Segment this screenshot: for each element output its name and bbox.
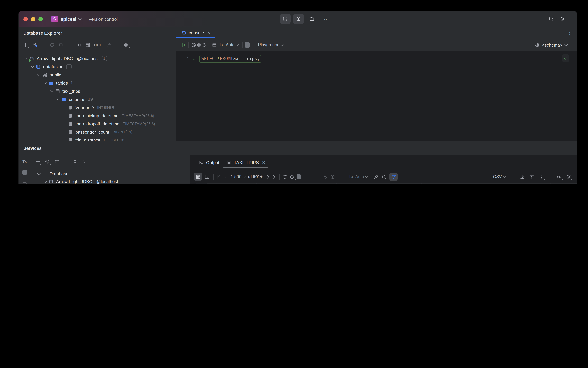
- disconnect-icon[interactable]: [58, 42, 64, 47]
- sql-statement[interactable]: SELECT * FROM taxi_trips;: [199, 55, 261, 63]
- export-format-dropdown[interactable]: CSV: [493, 174, 506, 179]
- export-data-icon[interactable]: [519, 174, 525, 179]
- delete-row-icon[interactable]: [315, 174, 320, 179]
- datasource-properties-button[interactable]: [32, 42, 37, 47]
- chevron-down-icon[interactable]: [24, 56, 27, 60]
- ddl-button[interactable]: DDL: [94, 43, 102, 47]
- revert-icon[interactable]: [322, 174, 328, 179]
- find-icon[interactable]: [381, 174, 387, 179]
- data-extractor-icon[interactable]: [538, 174, 544, 179]
- tree-item-tpep-dropoff-datetime[interactable]: tpep_dropoff_datetimeTIMESTAMP(26,6): [19, 120, 176, 128]
- tab-console[interactable]: console ✕: [176, 27, 215, 38]
- commit-icon[interactable]: [337, 174, 343, 179]
- filter-panel-toggle[interactable]: [390, 173, 398, 181]
- tree-item-taxi-trips[interactable]: taxi_trips: [19, 87, 176, 95]
- view-options-icon[interactable]: [556, 174, 562, 179]
- tree-item-tpep-pickup-datetime[interactable]: tpep_pickup_datetimeTIMESTAMP(26,6): [19, 111, 176, 120]
- history-icon[interactable]: [191, 42, 196, 47]
- submit-icon[interactable]: [330, 174, 335, 179]
- tab-options-icon[interactable]: ⋮: [567, 29, 573, 36]
- tree-item-arrow-flight-jdbc-localhost[interactable]: Arrow Flight JDBC - @localhost: [31, 178, 190, 184]
- database-tool-button[interactable]: [280, 14, 291, 24]
- chart-view-toggle[interactable]: [203, 173, 211, 181]
- reload-data-icon[interactable]: [282, 174, 287, 179]
- show-services-icon[interactable]: [45, 159, 50, 164]
- layout-icon[interactable]: [22, 182, 27, 184]
- console-settings-icon[interactable]: [202, 42, 207, 47]
- more-actions-button[interactable]: ⋯: [320, 14, 330, 24]
- tree-item-datafusion[interactable]: datafusion1: [19, 63, 176, 71]
- close-icon[interactable]: ✕: [207, 30, 211, 35]
- next-page-icon[interactable]: [265, 174, 271, 179]
- column-header-rate[interactable]: Rate: [551, 183, 577, 184]
- results-in-grid-icon[interactable]: [212, 42, 217, 47]
- refresh-icon[interactable]: [49, 42, 55, 47]
- tree-item-passenger-count[interactable]: passenger_countBIGINT(19): [19, 128, 176, 136]
- results-tx-dropdown[interactable]: Tx: Auto: [348, 174, 368, 179]
- open-table-icon[interactable]: [85, 42, 90, 47]
- zoom-window-button[interactable]: [38, 17, 43, 21]
- explain-plan-icon[interactable]: [196, 42, 202, 47]
- column-header-tpep_pickup_datetime[interactable]: tpep_pickup_datetime: [257, 183, 337, 184]
- add-row-icon[interactable]: [307, 174, 313, 179]
- pin-tab-icon[interactable]: [374, 174, 379, 179]
- tx-toggle-icon[interactable]: Tx: [22, 159, 27, 164]
- page-range-dropdown[interactable]: 1-500: [231, 174, 245, 179]
- editor-toolbar: Tx: Auto Playground <schema>: [176, 38, 577, 52]
- tree-item-tables[interactable]: tables1: [19, 79, 176, 87]
- tx-mode-dropdown[interactable]: Tx: Auto: [219, 43, 238, 47]
- column-header-trip_distance[interactable]: trip_distance: [488, 183, 551, 184]
- stop-query-button[interactable]: [297, 174, 301, 179]
- stop-process-icon[interactable]: [22, 170, 27, 175]
- column-header-tpep_dropoff_datetime[interactable]: tpep_dropoff_datetime: [337, 183, 422, 184]
- chevron-down-icon[interactable]: [44, 179, 47, 183]
- expand-all-icon[interactable]: [72, 159, 77, 164]
- search-everywhere-icon[interactable]: [548, 16, 554, 22]
- project-selector[interactable]: spiceai: [61, 17, 81, 22]
- grid-view-toggle[interactable]: [194, 173, 202, 181]
- close-icon[interactable]: ✕: [262, 160, 266, 165]
- first-page-icon[interactable]: [216, 174, 221, 179]
- column-header-vendorid[interactable]: VendorID: [207, 183, 257, 184]
- tree-item-database[interactable]: Database: [31, 170, 190, 178]
- last-page-icon[interactable]: [272, 174, 277, 179]
- collapse-all-icon[interactable]: [81, 159, 87, 164]
- inspection-status[interactable]: [562, 54, 569, 62]
- chevron-down-icon[interactable]: [56, 97, 60, 101]
- previous-page-icon[interactable]: [222, 174, 228, 179]
- view-options-icon[interactable]: [123, 42, 129, 47]
- version-control-menu[interactable]: Version control: [89, 17, 123, 22]
- tree-item-public[interactable]: public: [19, 71, 176, 79]
- settings-icon[interactable]: [560, 16, 565, 22]
- chevron-down-icon[interactable]: [44, 81, 47, 84]
- auto-refresh-icon[interactable]: [289, 174, 295, 179]
- compare-icon[interactable]: [106, 42, 111, 47]
- open-in-new-tab-icon[interactable]: [54, 159, 59, 164]
- schema-selector[interactable]: <schema>: [534, 42, 567, 47]
- grid-settings-icon[interactable]: [566, 174, 571, 179]
- editor-body[interactable]: 1 SELECT * FROM taxi_trips;: [176, 52, 577, 141]
- playground-dropdown[interactable]: Playground: [258, 43, 283, 47]
- chevron-down-icon[interactable]: [37, 172, 40, 175]
- tab-taxi-trips[interactable]: TAXI_TRIPS ✕: [223, 158, 269, 167]
- tab-output[interactable]: Output: [195, 158, 223, 167]
- divider: [213, 174, 214, 180]
- chevron-down-icon[interactable]: [50, 89, 53, 92]
- chevron-down-icon[interactable]: [37, 73, 40, 76]
- tree-item-vendorid[interactable]: VendorIDINTEGER: [19, 103, 176, 111]
- jump-to-console-button[interactable]: [76, 42, 81, 47]
- run-query-button[interactable]: [181, 42, 186, 47]
- chevron-down-icon[interactable]: [31, 64, 34, 68]
- close-window-button[interactable]: [23, 17, 28, 21]
- tree-item-columns[interactable]: columns19: [19, 95, 176, 103]
- new-datasource-button[interactable]: [23, 42, 28, 47]
- run-tool-button[interactable]: [293, 14, 304, 24]
- tree-item-arrow-flight-jdbc-localhost[interactable]: Arrow Flight JDBC - @localhost1: [19, 54, 176, 63]
- import-data-icon[interactable]: [529, 174, 534, 179]
- stop-button[interactable]: [245, 42, 249, 47]
- column-header-passenger_count[interactable]: passenger_count: [422, 183, 488, 184]
- minimize-window-button[interactable]: [31, 17, 35, 21]
- project-files-button[interactable]: [307, 14, 317, 24]
- tree-item-trip-distance[interactable]: trip_distanceDOUBLE(0): [19, 136, 176, 141]
- add-service-button[interactable]: [35, 159, 40, 164]
